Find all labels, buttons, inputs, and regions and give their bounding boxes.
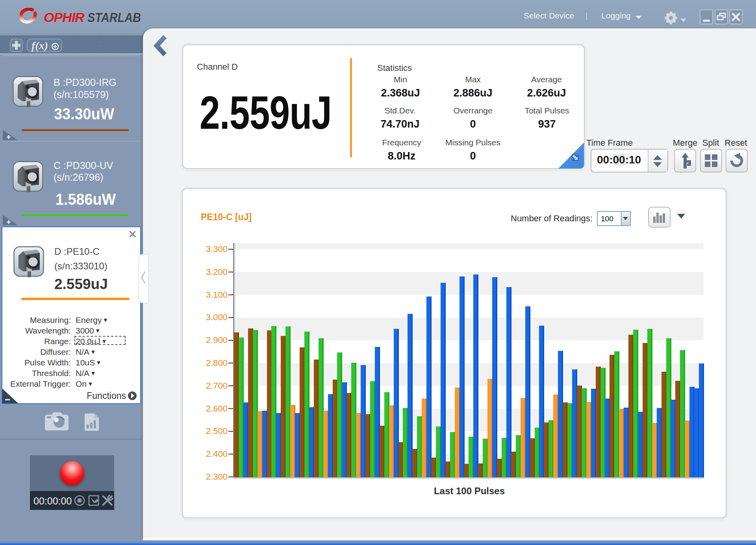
svg-text:3.000: 3.000 <box>206 312 228 322</box>
svg-text:3.100: 3.100 <box>206 290 228 300</box>
svg-text:3.200: 3.200 <box>206 267 228 277</box>
svg-text:2.800: 2.800 <box>206 358 228 368</box>
svg-text:2.700: 2.700 <box>206 381 228 391</box>
svg-text:2.600: 2.600 <box>206 404 228 413</box>
svg-text:2.300: 2.300 <box>206 472 228 482</box>
svg-text:2.500: 2.500 <box>206 426 228 436</box>
svg-text:2.900: 2.900 <box>206 335 228 345</box>
svg-text:2.400: 2.400 <box>206 449 228 459</box>
svg-text:3.300: 3.300 <box>206 244 228 254</box>
